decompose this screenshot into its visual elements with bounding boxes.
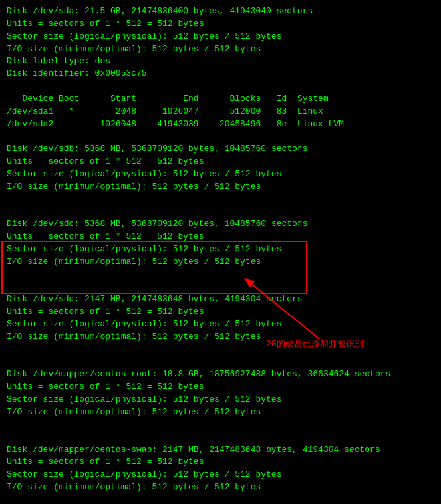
terminal-line: Sector size (logical/physical): 512 byte… [7,243,434,256]
terminal-line [7,80,434,93]
terminal-line: I/O size (minimum/optimal): 512 bytes / … [7,256,434,269]
terminal-line: Units = sectors of 1 * 512 = 512 bytes [7,18,434,31]
terminal-line [7,419,434,432]
terminal-line: /dev/sda1 * 2048 1026047 512000 83 Linux [7,106,434,118]
terminal-line: Sector size (logical/physical): 512 byte… [7,31,434,43]
terminal-line: Units = sectors of 1 * 512 = 512 bytes [7,231,434,243]
terminal-line: Sector size (logical/physical): 512 byte… [7,318,434,331]
terminal-line: Disk label type: dos [7,55,434,68]
terminal-line [7,269,434,281]
terminal-line [7,206,434,219]
terminal-line: I/O size (minimum/optimal): 512 bytes / … [7,331,434,344]
terminal-line [7,193,434,206]
terminal-line: Sector size (logical/physical): 512 byte… [7,469,434,481]
terminal-line: /dev/sda2 1026048 41943039 20458496 8e L… [7,118,434,131]
terminal-line: Sector size (logical/physical): 512 byte… [7,168,434,181]
terminal-output: Disk /dev/sda: 21.5 GB, 21474836400 byte… [7,5,434,504]
terminal-line: Sector size (logical/physical): 512 byte… [7,394,434,406]
terminal-line [7,344,434,356]
terminal-line: Units = sectors of 1 * 512 = 512 bytes [7,306,434,318]
terminal-line: Units = sectors of 1 * 512 = 512 bytes [7,456,434,469]
terminal-line [7,130,434,143]
terminal-line: Disk /dev/sdb: 5368 MB, 5368709120 bytes… [7,143,434,156]
terminal-line: Device Boot Start End Blocks Id System [7,93,434,106]
terminal-line: Disk identifier: 0x00053c75 [7,68,434,80]
terminal-line: I/O size (minimum/optimal): 512 bytes / … [7,181,434,193]
terminal-line: I/O size (minimum/optimal): 512 bytes / … [7,481,434,494]
terminal-window: Disk /dev/sda: 21.5 GB, 21474836400 byte… [0,0,441,504]
terminal-line: Disk /dev/sdd: 2147 MB, 2147483648 bytes… [7,293,434,306]
terminal-line: Disk /dev/sda: 21.5 GB, 21474836400 byte… [7,5,434,18]
terminal-line: I/O size (minimum/optimal): 512 bytes / … [7,43,434,56]
terminal-line [7,494,434,504]
terminal-line: Disk /dev/mapper/centos-root: 18.8 GB, 1… [7,368,434,381]
terminal-line: Disk /dev/mapper/centos-swap: 2147 MB, 2… [7,444,434,457]
terminal-line: Units = sectors of 1 * 512 = 512 bytes [7,156,434,168]
terminal-line [7,356,434,369]
terminal-line: Disk /dev/sdc: 5368 MB, 5368709120 bytes… [7,218,434,231]
terminal-line: Units = sectors of 1 * 512 = 512 bytes [7,381,434,394]
terminal-line: I/O size (minimum/optimal): 512 bytes / … [7,406,434,419]
terminal-line [7,432,434,444]
terminal-line [7,281,434,294]
